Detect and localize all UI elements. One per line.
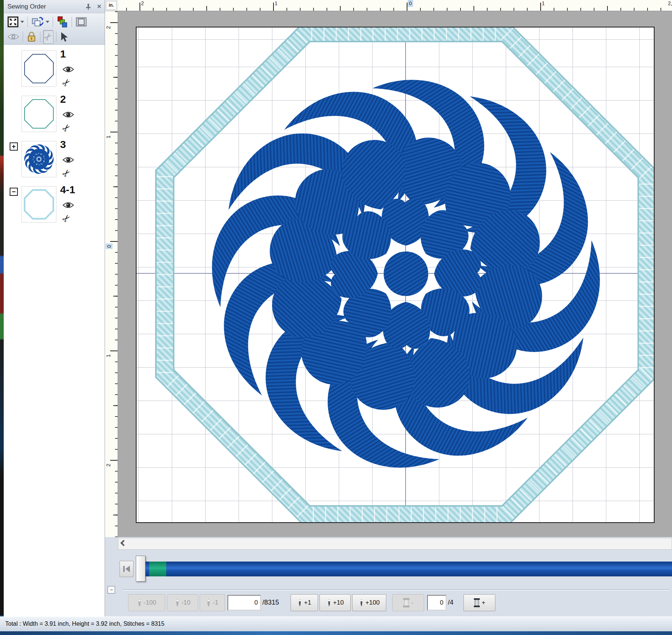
trim-toolbar-button[interactable]: ✂ <box>43 30 53 44</box>
ruler-corner: in. <box>105 0 118 11</box>
forward-1-button[interactable]: +1 <box>291 594 318 611</box>
item-number: 1 <box>60 48 66 60</box>
thumbnail-octagon-lightblue[interactable] <box>22 186 56 223</box>
zoom-fit-dropdown-caret[interactable] <box>20 21 24 23</box>
design-canvas[interactable] <box>118 11 672 537</box>
color-segment-green <box>149 562 166 576</box>
visibility-eye-icon[interactable] <box>62 65 74 73</box>
status-total-text: Total : Width = 3.91 inch, Height = 3.92… <box>5 621 164 627</box>
pin-icon[interactable] <box>85 3 92 10</box>
color-blocks-icon <box>56 16 68 28</box>
item-number: 3 <box>60 139 66 151</box>
color-blocks-button[interactable] <box>56 15 69 29</box>
trim-scissors-icon[interactable]: ✂ <box>60 212 73 225</box>
horizontal-ruler: 2 1 0 1 2, <box>118 0 672 11</box>
vruler-label: 2 <box>105 464 111 467</box>
rewind-icon <box>123 566 125 572</box>
sewing-item-2[interactable]: 2 ✂ <box>4 96 105 141</box>
collapse-minus-box[interactable]: − <box>10 188 18 196</box>
status-bar: Total : Width = 3.91 inch, Height = 3.92… <box>0 616 672 631</box>
taskbar-edge <box>0 631 672 635</box>
back-100-button[interactable]: -100 <box>128 594 165 611</box>
stitch-total-label: /8315 <box>262 599 279 606</box>
hruler-label: 1 <box>542 0 545 6</box>
stitch-controls: -100 -10 -1 /8315 +1 +10 +100 - /4 <box>105 594 672 613</box>
scroll-left-icon[interactable] <box>121 540 127 546</box>
sewing-order-panel: Sewing Order ✕ <box>4 0 105 616</box>
panel-toolbar: ✂ <box>4 14 105 45</box>
spool-icon <box>473 598 480 608</box>
panel-title: Sewing Order <box>7 3 85 10</box>
current-stitch-input[interactable] <box>227 595 261 611</box>
current-color-input[interactable] <box>427 595 446 611</box>
eye-icon <box>7 33 19 41</box>
trim-scissors-icon[interactable]: ✂ <box>60 76 73 89</box>
item-number: 2 <box>60 93 66 105</box>
next-color-button[interactable]: + <box>463 594 495 611</box>
hoop-frame-icon <box>75 16 87 27</box>
color-total-label: /4 <box>448 599 453 606</box>
collapse-simulator-box[interactable]: − <box>108 586 115 593</box>
trim-scissors-icon[interactable]: ✂ <box>60 122 73 134</box>
sewing-item-4-1[interactable]: − 4-1 ✂ <box>4 186 105 231</box>
visibility-toolbar-button[interactable] <box>7 32 20 42</box>
sewing-item-1[interactable]: 1 ✂ <box>4 50 105 96</box>
zoom-fit-button[interactable] <box>7 16 25 28</box>
trim-scissors-icon[interactable]: ✂ <box>60 167 73 180</box>
vertical-ruler: 2 1 0 1 2 <box>105 11 118 537</box>
ruler-unit-label: in. <box>106 1 117 10</box>
vruler-label: 1 <box>105 135 111 138</box>
hruler-label: 2, <box>668 0 672 6</box>
hruler-label: 2 <box>141 0 144 6</box>
forward-100-button[interactable]: +100 <box>352 594 386 611</box>
thumbnail-octagon-teal[interactable] <box>22 96 56 132</box>
desktop-edge <box>0 0 4 635</box>
hruler-label-zero: 0 <box>408 0 413 6</box>
back-10-button[interactable]: -10 <box>167 594 198 611</box>
sewing-item-3[interactable]: + 3 ✂ <box>4 141 105 186</box>
stitch-progress-bar[interactable] <box>145 562 672 576</box>
zoom-fit-icon <box>7 16 19 27</box>
vruler-label: 2 <box>105 26 111 29</box>
reorder-dropdown-caret[interactable] <box>46 21 49 23</box>
vruler-label: 1 <box>105 354 111 357</box>
scissors-icon: ✂ <box>41 30 55 43</box>
visibility-eye-icon[interactable] <box>62 201 74 209</box>
visibility-eye-icon[interactable] <box>62 156 74 164</box>
cursor-arrow-icon <box>60 32 69 42</box>
reorder-icon <box>31 16 44 27</box>
hruler-label: 1 <box>275 0 278 6</box>
design-page[interactable] <box>136 27 655 523</box>
expand-plus-box[interactable]: + <box>10 142 18 151</box>
thumbnail-pinwheel[interactable] <box>22 141 56 177</box>
back-1-button[interactable]: -1 <box>200 594 225 611</box>
item-number: 4-1 <box>60 184 75 196</box>
lock-icon <box>26 31 37 42</box>
embroidery-design <box>137 27 654 522</box>
separator-line <box>122 589 670 590</box>
select-tool-button[interactable] <box>59 31 69 43</box>
hoop-frame-button[interactable] <box>75 16 88 28</box>
horizontal-scrollbar[interactable] <box>118 538 672 550</box>
rewind-to-start-button[interactable] <box>119 561 134 577</box>
vruler-label-zero: 0 <box>106 244 112 249</box>
thumbnail-octagon-navy[interactable] <box>22 50 56 87</box>
stitch-slider-handle[interactable] <box>136 556 145 582</box>
reorder-button[interactable] <box>30 16 50 28</box>
previous-color-button[interactable]: - <box>392 594 424 611</box>
lock-toolbar-button[interactable] <box>26 30 37 43</box>
forward-10-button[interactable]: +10 <box>319 594 351 611</box>
visibility-eye-icon[interactable] <box>62 111 74 119</box>
close-icon[interactable]: ✕ <box>97 3 102 10</box>
panel-header: Sewing Order ✕ <box>4 0 105 13</box>
spool-icon <box>403 598 410 608</box>
